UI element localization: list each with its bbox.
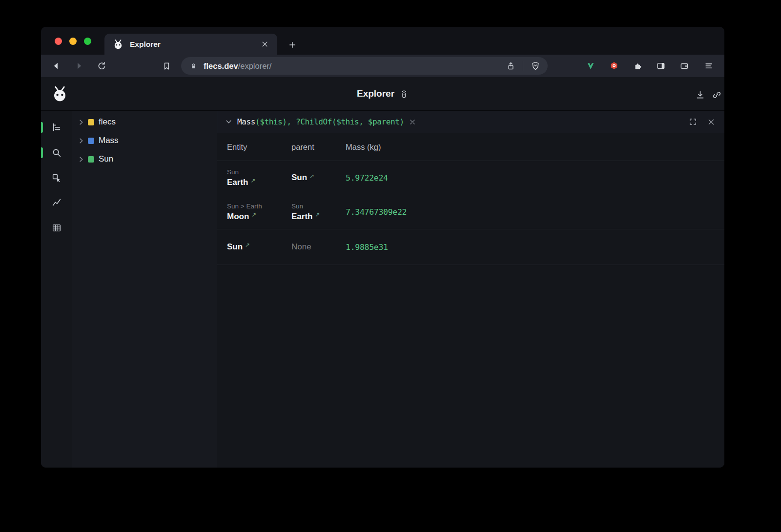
flecs-logo-icon [112, 39, 124, 50]
forward-icon[interactable] [73, 60, 85, 72]
entity-cell: Sun > EarthMoon↗ [227, 195, 291, 229]
entity-link[interactable]: Moon [227, 212, 249, 222]
mass-cell: 1.9885e31 [346, 229, 724, 265]
query-segment: Mass [237, 117, 255, 126]
external-link-icon: ↗ [250, 178, 255, 184]
external-link-icon: ↗ [245, 242, 250, 248]
back-icon[interactable] [50, 60, 62, 72]
fullscreen-icon[interactable] [687, 117, 698, 127]
tree-item-mass[interactable]: Mass [72, 131, 217, 150]
chevron-right-icon[interactable] [79, 138, 84, 143]
mass-value: 5.9722e24 [346, 173, 724, 183]
query-expression[interactable]: Mass($this), ?ChildOf($this, $parent) [237, 117, 404, 126]
table-row: Sun↗None1.9885e31 [217, 229, 724, 265]
chart-icon[interactable] [51, 197, 62, 207]
minimize-window-button[interactable] [69, 38, 77, 45]
entity-link[interactable]: Earth [227, 178, 248, 187]
close-panel-icon[interactable] [706, 117, 717, 127]
results-table-header: EntityparentMass (kg) [217, 133, 724, 161]
entity-tree-icon[interactable] [51, 122, 62, 133]
browser-window: Explorer [41, 27, 724, 468]
chevron-right-icon[interactable] [79, 157, 84, 162]
brave-shields-icon[interactable] [530, 60, 541, 72]
query-segment: ?ChildOf [296, 117, 332, 126]
mass-value: 1.9885e31 [346, 243, 724, 252]
column-header: Entity [227, 143, 291, 152]
external-link-icon: ↗ [251, 212, 256, 218]
inspect-icon[interactable] [51, 173, 62, 184]
entity-link[interactable]: Sun [227, 243, 243, 252]
entity-tree-list: flecsMassSun [72, 113, 217, 168]
link-icon[interactable] [711, 89, 722, 101]
parent-cell: SunEarth↗ [291, 195, 346, 229]
external-link-icon: ↗ [315, 212, 320, 218]
chevron-right-icon[interactable] [79, 120, 84, 125]
entity-cell: Sun↗ [227, 229, 291, 265]
flecs-logo-icon[interactable] [51, 85, 68, 102]
clear-query-icon[interactable] [409, 118, 416, 126]
table-row: Sun > EarthMoon↗SunEarth↗7.34767309e22 [217, 195, 724, 229]
active-indicator [41, 122, 43, 133]
content-area: flecsMassSun Mass($this), ?ChildOf($this… [41, 111, 724, 468]
entity-color-square [88, 138, 94, 144]
column-header: parent [291, 143, 346, 152]
wallet-icon[interactable] [678, 60, 690, 72]
share-icon[interactable] [505, 60, 516, 72]
entity-color-square [88, 156, 94, 163]
tab-close-icon[interactable] [259, 39, 270, 50]
tab-title: Explorer [130, 40, 259, 49]
icon-rail [41, 111, 72, 468]
parent-cell: None [291, 229, 346, 265]
traffic-lights [55, 38, 91, 45]
browser-toolbar: flecs.dev/explorer/ [41, 55, 724, 77]
explorer-header: Explorer [41, 77, 724, 111]
download-icon[interactable] [694, 89, 706, 101]
parent-cell: Sun↗ [291, 161, 346, 195]
url-path: /explorer/ [238, 61, 272, 71]
hexagon-extension-icon[interactable] [608, 60, 620, 72]
remote-icon[interactable] [399, 89, 409, 99]
zoom-window-button[interactable] [84, 38, 91, 45]
parent-link[interactable]: Sun [291, 173, 307, 183]
search-icon[interactable] [51, 147, 62, 158]
grid-icon[interactable] [51, 223, 62, 233]
column-header: Mass (kg) [346, 143, 724, 152]
url-bar[interactable]: flecs.dev/explorer/ [181, 57, 548, 75]
tree-item-label: Mass [99, 136, 119, 145]
extensions-puzzle-icon[interactable] [632, 60, 643, 72]
url-host: flecs.dev [204, 61, 238, 71]
query-segment: ($this), [255, 117, 296, 126]
new-tab-button[interactable] [286, 39, 299, 51]
browser-tab[interactable]: Explorer [104, 34, 277, 55]
entity-color-square [88, 119, 94, 125]
lock-icon [187, 60, 199, 72]
query-bar: Mass($this), ?ChildOf($this, $parent) [217, 111, 724, 133]
mass-value: 7.34767309e22 [346, 207, 724, 217]
page-title: Explorer [357, 88, 394, 99]
entity-path: Sun > Earth [227, 203, 291, 210]
close-window-button[interactable] [55, 38, 62, 45]
chevron-down-icon[interactable] [225, 118, 232, 125]
tree-item-label: Sun [99, 154, 113, 164]
vue-extension-icon[interactable] [585, 60, 596, 72]
sidebar-toggle-icon[interactable] [655, 60, 667, 72]
external-link-icon: ↗ [309, 173, 314, 180]
urlbar-divider [523, 61, 523, 71]
parent-link[interactable]: Earth [291, 212, 312, 222]
mass-cell: 5.9722e24 [346, 161, 724, 195]
tree-item-sun[interactable]: Sun [72, 150, 217, 168]
page-title-group: Explorer [357, 88, 409, 99]
tree-item-label: flecs [99, 117, 116, 127]
active-indicator [41, 147, 43, 158]
mass-cell: 7.34767309e22 [346, 195, 724, 229]
tree-item-flecs[interactable]: flecs [72, 113, 217, 131]
results-table-body: SunEarth↗Sun↗5.9722e24Sun > EarthMoon↗Su… [217, 161, 724, 265]
reload-icon[interactable] [96, 60, 107, 72]
parent-path: Sun [291, 203, 346, 210]
screen-background: Explorer [0, 0, 781, 532]
menu-icon[interactable] [703, 60, 715, 72]
entity-cell: SunEarth↗ [227, 161, 291, 195]
bookmark-icon[interactable] [161, 60, 172, 72]
query-panel: Mass($this), ?ChildOf($this, $parent) E [217, 111, 724, 468]
parent-value: None [291, 243, 311, 252]
